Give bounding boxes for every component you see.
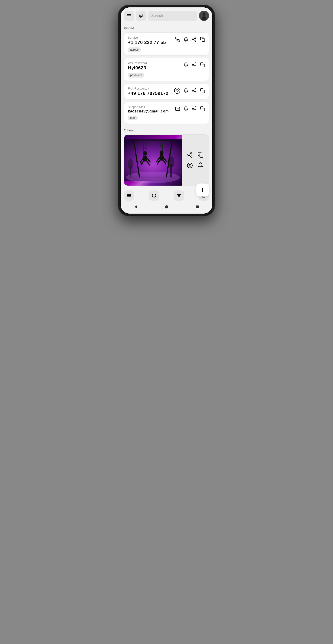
share-icon-fish[interactable]: [192, 88, 197, 93]
copy-fish-svg: [200, 88, 205, 93]
svg-rect-15: [202, 39, 205, 42]
copy-image-svg: [198, 152, 204, 158]
recents-icon: [195, 205, 199, 209]
fab-icon: +: [201, 186, 205, 194]
share-icon[interactable]: [192, 37, 197, 42]
whatsapp-svg: [176, 89, 179, 92]
image-card: [124, 134, 209, 186]
image-actions: [182, 135, 209, 186]
fish-card-value: +49 176 78759172: [128, 91, 174, 96]
back-button[interactable]: [134, 205, 138, 210]
phone-icon[interactable]: [175, 37, 180, 42]
copy-icon-fish[interactable]: [200, 88, 205, 93]
image-preview[interactable]: [124, 135, 182, 186]
wifi-card: Wifi Password Hyl0623: [124, 58, 209, 81]
bell-add-icon-mail[interactable]: [183, 106, 188, 111]
svg-line-42: [194, 108, 195, 108]
svg-line-73: [189, 155, 191, 156]
share-icon-mail[interactable]: [192, 106, 197, 111]
home-icon: [165, 205, 169, 209]
others-label: Others: [124, 128, 209, 132]
mail-icon[interactable]: [175, 106, 180, 111]
avatar-button[interactable]: [199, 11, 209, 21]
copy-icon-image[interactable]: [198, 152, 204, 158]
others-section: Others: [121, 127, 212, 186]
back-icon: [134, 205, 138, 209]
copy-icon-mail[interactable]: [200, 106, 205, 111]
recents-button[interactable]: [195, 205, 199, 210]
copy-icon[interactable]: [200, 37, 205, 42]
share-icon-wifi[interactable]: [192, 62, 197, 67]
bell-add-icon-image[interactable]: [198, 162, 204, 168]
share-icon-image[interactable]: [187, 152, 193, 158]
wifi-tag: password: [128, 73, 144, 78]
service-card-actions: [175, 36, 205, 42]
share-image-svg: [187, 152, 193, 158]
service-card-value: +1 170 222 77 55: [128, 40, 175, 45]
phone-frame: Search Pinned: [118, 5, 215, 216]
image-actions-row-2: [187, 162, 204, 168]
mail-card-top: Support Mail kaoscdev@gmail.com: [128, 105, 205, 114]
pinterest-svg: [187, 162, 193, 168]
swing-image: [124, 135, 182, 186]
header: Search: [121, 8, 212, 23]
svg-line-31: [194, 91, 195, 92]
svg-point-69: [128, 159, 133, 169]
service-card-name: Service: [128, 36, 175, 39]
pinned-label: Pinned: [124, 26, 209, 30]
wifi-card-actions: [183, 61, 205, 67]
menu-button[interactable]: [124, 11, 134, 21]
svg-point-6: [203, 12, 205, 16]
brightness-button[interactable]: [136, 11, 146, 21]
bell-add-wifi-svg: [183, 62, 188, 67]
fish-card-name: Fish Restaurant: [128, 87, 174, 90]
svg-line-13: [194, 40, 195, 40]
svg-point-76: [188, 163, 193, 168]
wifi-card-name: Wifi Password: [128, 61, 183, 65]
service-card-top: Service +1 170 222 77 55: [128, 36, 205, 45]
toolbar-menu-button[interactable]: [124, 190, 134, 201]
svg-line-41: [194, 109, 195, 110]
service-card-info: Service +1 170 222 77 55: [128, 36, 175, 45]
copy-icon-wifi[interactable]: [200, 62, 205, 67]
whatsapp-icon[interactable]: [174, 88, 180, 94]
phone-screen: Search Pinned: [121, 8, 212, 214]
bell-add-icon-fish[interactable]: [183, 88, 188, 93]
share-fish-svg: [192, 88, 197, 93]
toolbar-refresh-button[interactable]: [149, 190, 159, 201]
share-mail-svg: [192, 106, 197, 111]
phone-svg: [175, 37, 180, 42]
mail-svg: [175, 106, 180, 111]
search-bar[interactable]: Search: [148, 11, 197, 21]
svg-rect-60: [160, 155, 163, 160]
svg-line-23: [194, 64, 195, 64]
svg-line-22: [194, 65, 195, 66]
toolbar-refresh-icon: [152, 193, 156, 198]
svg-rect-33: [202, 90, 205, 93]
pinterest-icon[interactable]: [187, 162, 193, 168]
mail-card-name: Support Mail: [128, 105, 175, 109]
bell-add-image-svg: [198, 162, 204, 168]
svg-point-67: [167, 156, 174, 168]
fish-card-actions: [174, 87, 205, 94]
brightness-icon: [138, 13, 144, 18]
svg-point-87: [165, 205, 168, 208]
whatsapp-circle: [174, 88, 180, 94]
toolbar-filter-button[interactable]: [174, 190, 184, 201]
bell-add-mail-svg: [183, 106, 188, 111]
svg-rect-43: [202, 108, 205, 111]
svg-point-3: [140, 15, 142, 16]
content: Pinned Service +1 170 222 77 55: [121, 23, 212, 126]
bell-add-icon[interactable]: [183, 37, 188, 42]
bell-add-icon-wifi[interactable]: [183, 62, 188, 67]
avatar-image: [199, 11, 209, 20]
svg-rect-88: [196, 206, 199, 208]
support-mail-card: Support Mail kaoscdev@gmail.com: [124, 102, 209, 124]
svg-point-59: [160, 151, 163, 155]
home-button[interactable]: [165, 205, 169, 210]
fab-button[interactable]: +: [196, 184, 209, 196]
image-actions-row-1: [187, 152, 204, 158]
avatar: [199, 11, 209, 21]
fish-card-info: Fish Restaurant +49 176 78759172: [128, 87, 174, 96]
swing-silhouette: [124, 135, 182, 186]
